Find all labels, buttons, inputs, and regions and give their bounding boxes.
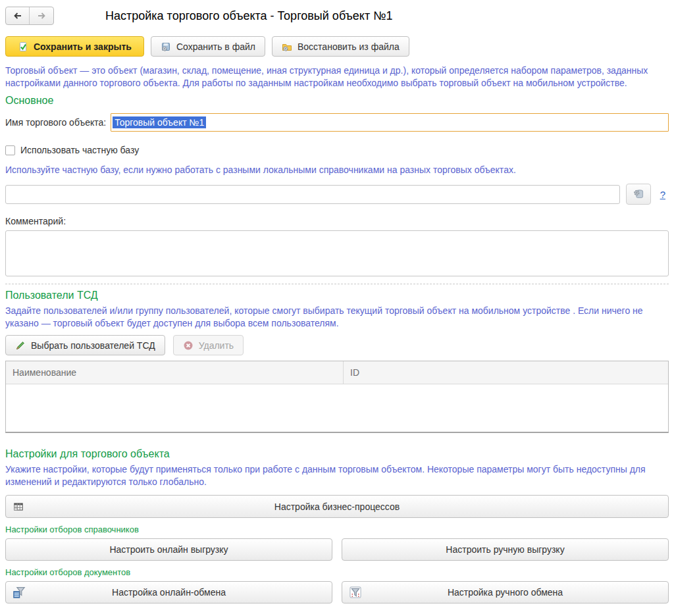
- restore-from-file-button[interactable]: Восстановить из файла: [272, 36, 409, 57]
- users-table-body[interactable]: [6, 384, 668, 432]
- pencil-icon: [15, 340, 26, 351]
- funnel-dashed-icon: [349, 586, 362, 599]
- comment-label: Комментарий:: [5, 216, 669, 226]
- manual-upload-settings-button[interactable]: Настроить ручную выгрузку: [342, 538, 669, 561]
- business-process-settings-button[interactable]: Настройка бизнес-процессов: [5, 495, 669, 518]
- toolbar: Сохранить и закрыть Сохранить в файл Вос…: [5, 36, 669, 57]
- private-base-checkbox[interactable]: [5, 145, 15, 155]
- nav-history-group: [5, 7, 54, 25]
- section-title-settings: Настройки для торгового объекта: [5, 448, 669, 460]
- select-users-button[interactable]: Выбрать пользователей ТСД: [5, 335, 165, 355]
- document-filters-buttons: Настройка онлайн-обмена Настройка ручног…: [5, 581, 669, 603]
- trade-object-name-value: Торговый объект №1: [113, 116, 206, 128]
- arrow-left-icon: [13, 11, 23, 21]
- private-base-checkbox-label[interactable]: Использовать частную базу: [20, 145, 139, 155]
- restore-from-file-label: Восстановить из файла: [298, 41, 400, 52]
- document-filters-label: Настройки отборов документов: [5, 567, 669, 577]
- users-buttons-row: Выбрать пользователей ТСД Удалить: [5, 335, 669, 355]
- trade-object-name-label: Имя торгового объекта:: [5, 117, 106, 128]
- manual-upload-settings-label: Настроить ручную выгрузку: [446, 544, 564, 555]
- catalog-filters-buttons: Настроить онлайн выгрузку Настроить ручн…: [5, 538, 669, 561]
- section-title-users: Пользователи ТСД: [5, 290, 669, 301]
- online-exchange-settings-label: Настройка онлайн-обмена: [112, 587, 226, 598]
- delete-users-button[interactable]: Удалить: [173, 335, 244, 355]
- users-hint: Задайте пользователей и/или группу польз…: [5, 305, 669, 330]
- users-table-column-id[interactable]: ID: [344, 361, 668, 384]
- users-table-column-name[interactable]: Наименование: [6, 361, 344, 384]
- settings-form: Настройка торгового объекта - Торговый о…: [0, 0, 674, 603]
- floppy-gear-icon: [161, 41, 171, 52]
- x-circle-icon: [183, 340, 194, 351]
- funnel-list-icon: [13, 586, 26, 599]
- section-divider: [5, 284, 669, 284]
- help-link[interactable]: ?: [657, 189, 669, 200]
- manual-exchange-settings-label: Настройка ручного обмена: [448, 587, 563, 598]
- trade-object-name-row: Имя торгового объекта: Торговый объект №…: [5, 113, 669, 132]
- select-users-label: Выбрать пользователей ТСД: [31, 340, 155, 351]
- forward-button[interactable]: [30, 7, 53, 24]
- users-table: Наименование ID: [5, 361, 669, 433]
- save-and-close-button[interactable]: Сохранить и закрыть: [5, 36, 144, 57]
- online-upload-settings-button[interactable]: Настроить онлайн выгрузку: [5, 538, 332, 561]
- intro-hint: Торговый объект — это объект (магазин, с…: [5, 64, 669, 90]
- back-button[interactable]: [6, 7, 30, 24]
- catalog-filters-label: Настройки отборов справочников: [5, 525, 669, 534]
- users-table-header: Наименование ID: [6, 361, 668, 384]
- database-gear-icon: [633, 188, 644, 200]
- section-title-main: Основное: [5, 95, 669, 107]
- arrow-right-icon: [36, 11, 47, 21]
- page-title: Настройка торгового объекта - Торговый о…: [105, 9, 393, 23]
- save-to-file-label: Сохранить в файл: [176, 41, 255, 52]
- private-base-row: ?: [5, 184, 669, 205]
- settings-hint: Укажите настройки, которые будут применя…: [5, 463, 669, 488]
- save-and-close-label: Сохранить и закрыть: [34, 41, 132, 52]
- table-grid-icon: [13, 501, 24, 513]
- manual-exchange-settings-button[interactable]: Настройка ручного обмена: [342, 581, 669, 603]
- comment-textarea[interactable]: [5, 230, 669, 276]
- delete-users-label: Удалить: [199, 340, 234, 351]
- private-base-hint: Используйте частную базу, если нужно раб…: [5, 164, 669, 176]
- window-header: Настройка торгового объекта - Торговый о…: [5, 0, 669, 25]
- private-base-input[interactable]: [5, 185, 620, 204]
- online-upload-settings-label: Настроить онлайн выгрузку: [109, 544, 228, 555]
- folder-gear-icon: [282, 41, 292, 52]
- online-exchange-settings-button[interactable]: Настройка онлайн-обмена: [5, 581, 332, 603]
- private-base-check-row: Использовать частную базу: [5, 145, 669, 155]
- business-process-settings-label: Настройка бизнес-процессов: [274, 501, 400, 512]
- trade-object-name-input[interactable]: Торговый объект №1: [111, 113, 669, 132]
- private-base-select-button[interactable]: [626, 184, 651, 205]
- save-to-file-button[interactable]: Сохранить в файл: [151, 36, 265, 57]
- document-check-icon: [18, 41, 28, 52]
